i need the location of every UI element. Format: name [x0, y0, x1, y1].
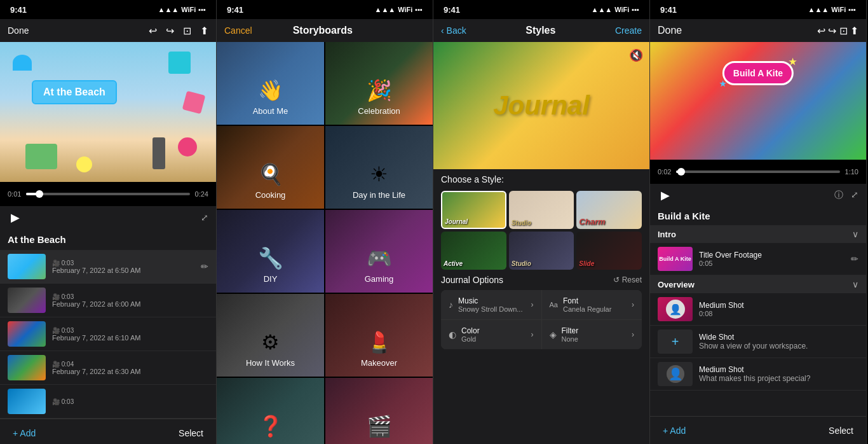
share-icon-1[interactable]: ⬆ — [200, 25, 208, 37]
shot-desc-medium2: What makes this project special? — [699, 374, 858, 383]
style-thumb-charm[interactable]: Charm — [576, 191, 642, 229]
redo-icon-1[interactable]: ↪ — [166, 25, 174, 37]
mute-icon-3[interactable]: 🔇 — [629, 48, 643, 62]
style-thumb-journal[interactable]: Journal — [441, 191, 506, 229]
fullscreen-icon-4[interactable]: ⤢ — [851, 190, 858, 201]
crop-icon-4[interactable]: ⊡ — [839, 25, 848, 36]
add-button-4[interactable]: + Add — [663, 426, 686, 436]
clip-thumb-2 — [8, 321, 46, 347]
share-icon-4[interactable]: ⬆ — [850, 25, 858, 36]
section-overview[interactable]: Overview ∨ — [650, 275, 866, 293]
done-button-1[interactable]: Done — [8, 25, 29, 36]
shot-medium-shot2[interactable]: 👤 Medium Shot What makes this project sp… — [650, 358, 866, 391]
sb-item-day-in-life[interactable]: ☀ Day in the Life — [325, 126, 433, 209]
clip-camera-4: 🎥 0:03 — [52, 398, 208, 405]
status-icons-2: ▲▲▲ WiFi ▪▪▪ — [375, 6, 423, 13]
time-2: 9:41 — [227, 5, 243, 15]
journal-preview: Journal 🔇 — [433, 42, 649, 169]
option-color-info: Color Gold — [461, 326, 526, 343]
clip-thumb-4 — [8, 389, 46, 414]
play-button-4[interactable]: ▶ — [658, 188, 673, 203]
options-reset-button[interactable]: ↺ Reset — [613, 275, 642, 284]
clip-item-4[interactable]: 🎥 0:03 — [0, 385, 216, 419]
clip-item-2[interactable]: 🎥 0:03 February 7, 2022 at 6:10 AM — [0, 317, 216, 351]
clip-list-1: 🎥 0:03 February 7, 2022 at 6:50 AM ✏ 🎥 0… — [0, 250, 216, 419]
option-color-value: Gold — [461, 335, 526, 343]
sb-item-cooking[interactable]: 🍳 Cooking — [217, 126, 324, 209]
timeline-dot-1 — [36, 190, 43, 198]
option-music[interactable]: ♪ Music Snowy Stroll Down... › — [441, 290, 541, 319]
shot-name-0: Title Over Footage — [699, 251, 844, 260]
style-thumb-studio[interactable]: Studio — [509, 191, 574, 229]
options-grid: ♪ Music Snowy Stroll Down... › Aa Font C… — [441, 290, 642, 349]
option-filter-name: Filter — [562, 326, 627, 335]
sb-item-qa[interactable]: ❓ Q&A — [217, 378, 324, 444]
undo-icon-1[interactable]: ↩ — [149, 25, 157, 37]
sb-item-how-it-works[interactable]: ⚙ How It Works — [217, 294, 324, 377]
clip-date-1: February 7, 2022 at 6:00 AM — [52, 300, 208, 308]
timeline-track-4[interactable] — [676, 170, 839, 173]
film-icon: 🎬 — [367, 414, 392, 438]
sb-item-diy[interactable]: 🔧 DIY — [217, 210, 324, 293]
select-button-4[interactable]: Select — [829, 426, 853, 436]
sb-item-film[interactable]: 🎬 Film — [325, 378, 433, 444]
info-icon-4[interactable]: ⓘ — [834, 190, 843, 201]
shot-name-medium2: Medium Shot — [699, 365, 858, 374]
undo-icon-4[interactable]: ↩ — [817, 25, 825, 36]
sb-label-about-me: About Me — [253, 106, 288, 116]
sb-label-celebration: Celebration — [358, 106, 400, 116]
timeline-bar-1: 0:01 0:24 — [0, 182, 216, 206]
time-3: 9:41 — [444, 5, 460, 15]
clip-date-0: February 7, 2022 at 6:50 AM — [52, 267, 194, 274]
status-bar-1: 9:41 ▲▲▲ WiFi ▪▪▪ — [0, 0, 216, 19]
plus-icon-wide: + — [672, 335, 679, 349]
done-button-4[interactable]: Done — [658, 25, 682, 36]
style-label-journal: Journal — [445, 218, 468, 225]
clip-camera-0: 🎥 0:03 — [52, 260, 194, 267]
sb-item-about-me[interactable]: 👋 About Me — [217, 42, 324, 125]
shot-duration-medium: 0:08 — [699, 310, 858, 317]
deco-pink-circle — [178, 137, 197, 156]
makeover-icon: 💄 — [367, 330, 392, 354]
shot-medium-shot[interactable]: 👤 Medium Shot 0:08 — [650, 293, 866, 326]
style-label-charm: Charm — [579, 217, 605, 226]
style-thumb-active[interactable]: Active — [441, 232, 506, 270]
time-end-1: 0:24 — [195, 190, 208, 198]
time-start-1: 0:01 — [8, 190, 21, 198]
option-font[interactable]: Aa Font Canela Regular › — [542, 290, 642, 319]
sb-label-makeover: Makeover — [361, 358, 397, 368]
redo-icon-4[interactable]: ↪ — [828, 25, 836, 36]
clip-item-1[interactable]: 🎥 0:03 February 7, 2022 at 6:00 AM — [0, 284, 216, 317]
back-button-3[interactable]: ‹ Back — [441, 25, 466, 36]
storyboard-grid: 👋 About Me 🎉 Celebration 🍳 Cooking ☀ Day… — [217, 42, 433, 444]
cancel-button-2[interactable]: Cancel — [224, 25, 252, 36]
toolbar-icons-1: ↩ ↪ ⊡ ⬆ — [149, 25, 208, 37]
play-button-1[interactable]: ▶ — [8, 210, 23, 225]
sb-label-gaming: Gaming — [365, 274, 394, 284]
section-intro[interactable]: Intro ∨ — [650, 225, 866, 243]
shot-title-over-footage[interactable]: Build A Kite Title Over Footage 0:05 ✏ — [650, 243, 866, 275]
option-music-info: Music Snowy Stroll Down... — [458, 296, 526, 313]
clip-item-3[interactable]: 🎥 0:04 February 7, 2022 at 6:30 AM — [0, 351, 216, 385]
shot-edit-0[interactable]: ✏ — [851, 254, 858, 264]
fullscreen-button-1[interactable]: ⤢ — [201, 212, 208, 223]
option-filter[interactable]: ◈ Filter None › — [542, 320, 642, 349]
add-button-1[interactable]: + Add — [13, 428, 36, 438]
crop-icon-1[interactable]: ⊡ — [183, 25, 191, 37]
sb-item-gaming[interactable]: 🎮 Gaming — [325, 210, 433, 293]
shot-duration-0: 0:05 — [699, 260, 844, 267]
howitworks-icon: ⚙ — [261, 330, 280, 354]
select-button-1[interactable]: Select — [179, 428, 203, 438]
clip-edit-0[interactable]: ✏ — [201, 261, 208, 272]
sb-item-makeover[interactable]: 💄 Makeover — [325, 294, 433, 377]
timeline-track-1[interactable] — [26, 193, 189, 195]
style-thumb-slide[interactable]: Slide — [576, 232, 642, 270]
sb-item-celebration[interactable]: 🎉 Celebration — [325, 42, 433, 125]
music-icon: ♪ — [449, 300, 453, 310]
shot-wide-shot[interactable]: + Wide Shot Show a view of your workspac… — [650, 326, 866, 358]
option-color[interactable]: ◐ Color Gold › — [441, 320, 541, 349]
shot-info-medium2: Medium Shot What makes this project spec… — [699, 365, 858, 383]
style-thumb-studio2[interactable]: Studio — [509, 232, 574, 270]
create-button-3[interactable]: Create — [615, 25, 642, 36]
clip-item-0[interactable]: 🎥 0:03 February 7, 2022 at 6:50 AM ✏ — [0, 250, 216, 284]
